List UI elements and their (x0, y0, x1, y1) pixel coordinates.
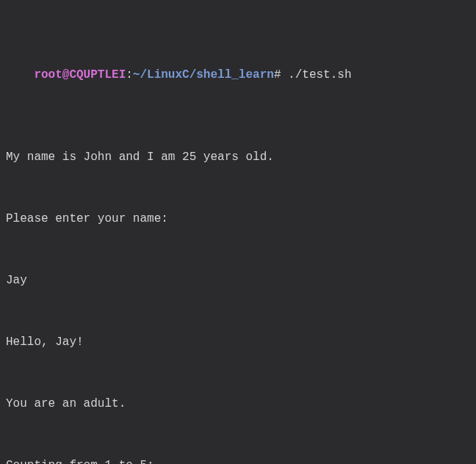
output-line: Jay (6, 270, 470, 291)
prompt-hash: # (274, 68, 281, 81)
output-line: Hello, Jay! (6, 332, 470, 352)
command-text: ./test.sh (288, 68, 351, 81)
output-line: Please enter your name: (6, 209, 470, 229)
prompt-user: root@CQUPTLEI (34, 68, 126, 81)
terminal[interactable]: root@CQUPTLEI:~/LinuxC/shell_learn# ./te… (6, 3, 470, 464)
prompt-path: ~/LinuxC/shell_learn (133, 68, 274, 81)
output-line: My name is John and I am 25 years old. (6, 147, 470, 167)
prompt-separator: : (126, 68, 133, 81)
prompt-line: root@CQUPTLEI:~/LinuxC/shell_learn# ./te… (6, 44, 470, 106)
output-line: You are an adult. (6, 394, 470, 414)
output-line: Counting from 1 to 5: (6, 455, 470, 464)
